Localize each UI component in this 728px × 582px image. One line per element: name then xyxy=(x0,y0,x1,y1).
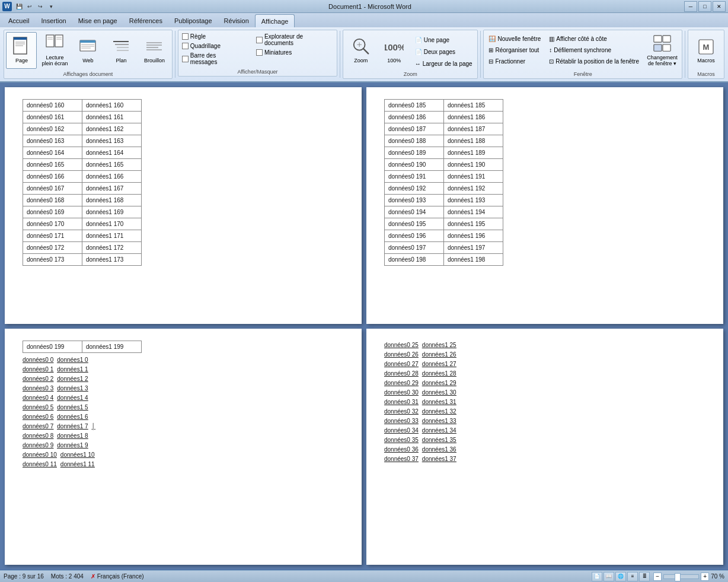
cote-a-cote-icon: ▥ xyxy=(549,36,554,42)
retablir-button[interactable]: ⊡ Rétablir la position de la fenêtre xyxy=(546,56,642,66)
zoom-minus-button[interactable]: − xyxy=(653,573,662,581)
list-item: données0 2données1 2 xyxy=(23,374,344,384)
status-view-reading[interactable]: 📖 xyxy=(604,572,614,581)
table-row: données0 186données1 186 xyxy=(385,112,503,123)
list-item: données0 10données1 10 xyxy=(23,450,344,460)
title-bar-left: 💾 ↩ ↪ ▾ xyxy=(2,2,56,11)
checkbox-barre-messages[interactable]: Barre des messages xyxy=(181,51,245,66)
status-language: ✗ Français (France) xyxy=(91,573,144,580)
separator-1 xyxy=(175,31,175,78)
text-rows-bottom-left: données0 0données1 0 données0 1données1 … xyxy=(23,355,344,469)
tab-publipostage[interactable]: Publipostage xyxy=(168,14,218,27)
qa-dropdown[interactable]: ▾ xyxy=(46,2,56,11)
table-row: données0 196données1 196 xyxy=(385,230,503,242)
tab-affichage[interactable]: Affichage xyxy=(255,14,295,27)
table-row: données0 192données1 192 xyxy=(385,183,503,195)
fractionner-button[interactable]: ⊟ Fractionner xyxy=(486,56,544,66)
table-row: données0 193données1 193 xyxy=(385,195,503,206)
list-item: données0 8données1 8 xyxy=(23,431,344,441)
list-item: données0 25données1 25 xyxy=(384,341,705,350)
maximize-button[interactable]: □ xyxy=(698,1,711,12)
one-page-icon: 📄 xyxy=(415,37,422,43)
cote-a-cote-button[interactable]: ▥ Afficher côté à côte xyxy=(546,33,642,44)
miniatures-label: Miniatures xyxy=(264,49,292,56)
explorateur-label: Explorateur de documents xyxy=(264,33,333,46)
list-item: données0 5données1 5 xyxy=(23,403,344,412)
tab-revision[interactable]: Révision xyxy=(218,14,255,27)
view-web-button[interactable]: Web xyxy=(72,32,103,69)
document-area: données0 160données1 160 données0 161don… xyxy=(0,82,728,570)
checkbox-miniatures[interactable]: Miniatures xyxy=(255,48,334,57)
separator-4 xyxy=(685,31,685,78)
zoom-button[interactable]: Zoom xyxy=(346,32,376,69)
svg-text:100%: 100% xyxy=(385,42,404,52)
checkbox-regle[interactable]: Règle xyxy=(181,32,245,41)
undo-button[interactable]: ↩ xyxy=(25,2,34,11)
status-view-web[interactable]: 🌐 xyxy=(615,572,626,581)
largeur-page-button[interactable]: ↔ Largeur de la page xyxy=(412,58,475,69)
miniatures-checkbox[interactable] xyxy=(256,49,263,56)
status-words: Mots : 2 404 xyxy=(51,573,84,580)
view-draft-button[interactable]: Brouillon xyxy=(139,32,170,69)
draft-icon xyxy=(145,37,164,56)
une-page-label: Une page xyxy=(424,37,449,43)
list-item: données0 29données1 29 xyxy=(384,379,705,388)
barre-messages-checkbox[interactable] xyxy=(182,56,189,62)
macros-label: Macros xyxy=(697,58,715,63)
quadrillage-checkbox[interactable] xyxy=(182,43,189,49)
table-row: données0 172données1 172 xyxy=(23,242,142,254)
status-view-draft[interactable]: ≣ xyxy=(639,572,650,581)
status-left: Page : 9 sur 16 Mots : 2 404 ✗ Français … xyxy=(4,573,144,580)
ribbon-tabs: Accueil Insertion Mise en page Référence… xyxy=(0,13,728,27)
svg-rect-30 xyxy=(663,36,670,42)
ribbon: Accueil Insertion Mise en page Référence… xyxy=(0,13,728,82)
tab-accueil[interactable]: Accueil xyxy=(2,14,35,27)
list-item: données0 26données1 26 xyxy=(384,350,705,360)
zoom-plus-button[interactable]: + xyxy=(701,573,709,581)
title-bar: 💾 ↩ ↪ ▾ Document1 - Microsoft Word ─ □ ✕ xyxy=(0,0,728,13)
view-plan-label: Plan xyxy=(116,58,126,63)
list-item: données0 37données1 37 xyxy=(384,454,705,464)
deux-pages-button[interactable]: 📄 Deux pages xyxy=(412,46,475,57)
save-button[interactable]: 💾 xyxy=(14,2,24,11)
une-page-button[interactable]: 📄 Une page xyxy=(412,34,475,45)
view-page-button[interactable]: Page xyxy=(6,32,37,69)
table-row: données0 195données1 195 xyxy=(385,218,503,230)
svg-line-25 xyxy=(363,49,368,53)
regle-checkbox[interactable] xyxy=(182,33,189,40)
fractionner-label: Fractionner xyxy=(495,58,525,65)
retablir-label: Rétablir la position de la fenêtre xyxy=(555,58,639,65)
checkbox-quadrillage[interactable]: Quadrillage xyxy=(181,42,245,50)
view-reading-label: Lectureplein écran xyxy=(41,55,68,66)
status-view-page[interactable]: 📄 xyxy=(592,572,602,581)
explorateur-checkbox[interactable] xyxy=(256,37,263,43)
defilement-button[interactable]: ↕ Défilement synchrone xyxy=(546,44,642,55)
view-plan-button[interactable]: Plan xyxy=(106,32,136,69)
deux-pages-label: Deux pages xyxy=(424,49,455,55)
checkbox-explorateur[interactable]: Explorateur de documents xyxy=(255,32,334,47)
nouvelle-fenetre-button[interactable]: 🪟 Nouvelle fenêtre xyxy=(486,33,544,44)
minimize-button[interactable]: ─ xyxy=(684,1,697,12)
macros-button[interactable]: M Macros xyxy=(691,32,721,69)
close-button[interactable]: ✕ xyxy=(713,1,726,12)
plan-icon xyxy=(111,37,130,56)
zoom-100-button[interactable]: 100% 100% xyxy=(379,32,410,69)
two-pages-icon: 📄 xyxy=(415,49,422,55)
tab-mise-en-page[interactable]: Mise en page xyxy=(72,14,123,27)
changement-fenetre-button[interactable]: Changementde fenêtre ▾ xyxy=(644,32,680,69)
ribbon-group-fenetre: 🪟 Nouvelle fenêtre ⊞ Réorganiser tout ⊟ … xyxy=(483,30,682,79)
checkboxes-left: Règle Quadrillage Barre des messages xyxy=(181,32,245,66)
svg-rect-29 xyxy=(654,36,662,42)
status-view-outline[interactable]: ≡ xyxy=(627,572,638,581)
list-item: données0 9données1 9 xyxy=(23,441,344,450)
ribbon-group-macros: M Macros Macros xyxy=(688,30,724,79)
reorganiser-button[interactable]: ⊞ Réorganiser tout xyxy=(486,44,544,55)
tab-insertion[interactable]: Insertion xyxy=(35,14,72,27)
view-reading-button[interactable]: Lectureplein écran xyxy=(39,32,70,69)
table-bottom-left-last: données0 199données1 199 xyxy=(23,341,142,353)
table-row: données0 190données1 190 xyxy=(385,159,503,171)
fractionner-icon: ⊟ xyxy=(488,58,493,65)
tab-references[interactable]: Références xyxy=(123,14,168,27)
redo-button[interactable]: ↪ xyxy=(36,2,45,11)
zoom-slider[interactable] xyxy=(663,574,699,579)
